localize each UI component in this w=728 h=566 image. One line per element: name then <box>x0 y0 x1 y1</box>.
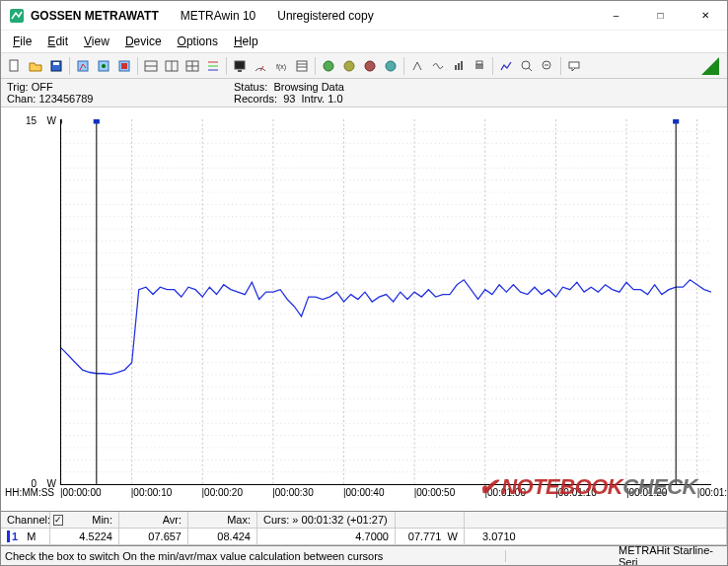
footer: Check the box to switch On the min/avr/m… <box>1 545 727 565</box>
menu-help[interactable]: Help <box>226 33 266 50</box>
svg-rect-32 <box>461 61 463 70</box>
tool-zoom2-icon[interactable] <box>538 56 557 76</box>
tool-settings2-icon[interactable] <box>339 56 359 76</box>
tool-open-icon[interactable] <box>26 56 45 76</box>
table-row: 1 M 4.5224 07.657 08.424 4.7000 07.771 W… <box>1 529 727 545</box>
brand-title: GOSSEN METRAWATT <box>31 9 159 23</box>
x-tick: |00:01:30 <box>697 487 728 498</box>
svg-rect-33 <box>475 64 483 69</box>
footer-hint: Check the box to switch On the min/avr/m… <box>5 550 506 562</box>
tool-view2-icon[interactable] <box>162 56 182 76</box>
row-delta: 3.0710 <box>465 529 727 544</box>
svg-rect-4 <box>78 61 88 71</box>
tool-wave-icon[interactable]: f(x) <box>271 56 291 76</box>
row-min: 4.5224 <box>50 529 119 544</box>
svg-text:f(x): f(x) <box>276 63 286 71</box>
svg-rect-91 <box>94 119 100 123</box>
data-table: Channel:✓ Min: Avr: Max: Curs: » 00:01:3… <box>1 511 727 545</box>
app-icon <box>9 8 25 24</box>
y-unit-top: W <box>47 115 56 126</box>
app-title: METRAwin 10 <box>181 9 255 23</box>
svg-point-28 <box>365 61 375 71</box>
chan-value: 123456789 <box>38 93 93 105</box>
tool-save-icon[interactable] <box>46 56 66 76</box>
svg-rect-8 <box>121 63 127 69</box>
th-max: Max: <box>188 512 257 528</box>
tool-zoom-icon[interactable] <box>517 56 537 76</box>
row-channel[interactable]: 1 M <box>1 529 50 544</box>
tool-channels-icon[interactable] <box>203 56 223 76</box>
menu-options[interactable]: Options <box>170 33 226 50</box>
tool-monitor-icon[interactable] <box>230 56 250 76</box>
x-unit-label: HH:MM:SS <box>5 487 54 498</box>
records-label: Records: <box>234 93 277 105</box>
menu-device[interactable]: Device <box>117 33 170 50</box>
x-tick: |00:01:20 <box>626 487 668 498</box>
th-avr: Avr: <box>119 512 188 528</box>
svg-rect-93 <box>61 119 62 123</box>
menu-edit[interactable]: Edit <box>39 33 76 50</box>
x-tick: |00:00:50 <box>414 487 456 498</box>
license-text: Unregistered copy <box>277 9 373 23</box>
titlebar: GOSSEN METRAWATT METRAwin 10 Unregistere… <box>1 1 727 31</box>
svg-line-36 <box>529 68 532 71</box>
svg-rect-1 <box>10 60 18 71</box>
records-value: 93 <box>283 93 295 105</box>
tool-cfg2-icon[interactable] <box>428 56 448 76</box>
maximize-button[interactable]: □ <box>638 1 683 30</box>
svg-rect-23 <box>297 61 307 71</box>
status-strip: Trig: OFF Chan: 123456789 Status: Browsi… <box>1 79 727 107</box>
row-avr: 07.657 <box>119 529 188 544</box>
tool-new-icon[interactable] <box>5 56 25 76</box>
x-tick: |00:00:30 <box>272 487 314 498</box>
x-tick: |00:00:20 <box>201 487 243 498</box>
y-tick-max: 15 <box>7 115 36 126</box>
tool-print-icon[interactable] <box>470 56 489 76</box>
tool-memory-icon[interactable] <box>114 56 134 76</box>
tool-graph-icon[interactable] <box>496 56 516 76</box>
x-tick: |00:00:10 <box>131 487 173 498</box>
close-button[interactable]: ✕ <box>683 1 727 30</box>
x-axis: HH:MM:SS |00:00:00|00:00:10|00:00:20|00:… <box>1 485 727 511</box>
tool-comment-icon[interactable] <box>564 56 584 76</box>
tool-cfg1-icon[interactable] <box>407 56 427 76</box>
tool-analog-icon[interactable] <box>251 56 270 76</box>
svg-point-6 <box>102 64 106 68</box>
tool-table-icon[interactable] <box>292 56 312 76</box>
minimize-button[interactable]: – <box>594 1 638 30</box>
menu-view[interactable]: View <box>76 33 117 50</box>
tool-settings4-icon[interactable] <box>381 56 400 76</box>
interval-value: 1.0 <box>328 93 342 105</box>
x-tick: |00:01:00 <box>484 487 526 498</box>
th-channel: Channel:✓ <box>1 512 50 528</box>
svg-rect-0 <box>10 9 24 23</box>
y-axis: 15 W 0 W <box>1 107 60 485</box>
tool-settings1-icon[interactable] <box>319 56 338 76</box>
trig-label: Trig: <box>7 81 29 93</box>
svg-point-27 <box>344 61 354 71</box>
tool-settings3-icon[interactable] <box>360 56 380 76</box>
svg-rect-30 <box>455 65 457 70</box>
tool-cfg3-icon[interactable] <box>449 56 469 76</box>
tool-connect-icon[interactable] <box>94 56 113 76</box>
menu-file[interactable]: File <box>5 33 39 50</box>
svg-rect-31 <box>458 63 460 70</box>
row-max: 08.424 <box>188 529 257 544</box>
svg-point-26 <box>324 61 333 71</box>
tool-view1-icon[interactable] <box>141 56 161 76</box>
th-sp1 <box>396 512 465 528</box>
svg-rect-3 <box>53 62 59 65</box>
svg-rect-39 <box>569 62 579 68</box>
plot-area[interactable] <box>60 119 711 485</box>
chart-panel: 15 W 0 W HH:MM:SS |00:00:00|00:00:10|00:… <box>1 107 727 511</box>
svg-rect-92 <box>673 119 679 123</box>
svg-rect-20 <box>238 70 242 72</box>
svg-rect-19 <box>235 61 245 69</box>
tool-read-icon[interactable] <box>73 56 93 76</box>
tool-view3-icon[interactable] <box>182 56 202 76</box>
svg-point-35 <box>522 61 530 69</box>
svg-rect-34 <box>476 61 482 64</box>
status-value: Browsing Data <box>273 81 344 93</box>
x-tick: |00:00:40 <box>343 487 385 498</box>
svg-point-29 <box>386 61 396 71</box>
